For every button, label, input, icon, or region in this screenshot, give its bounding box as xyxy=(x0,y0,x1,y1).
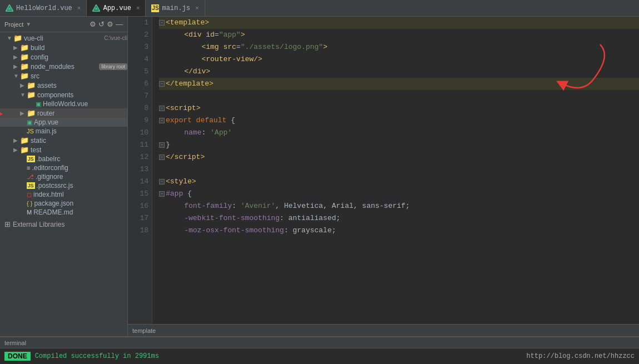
tree-config[interactable]: ▶ 📁 config xyxy=(0,52,127,62)
tree-label-helloworld: HelloWorld.vue xyxy=(43,100,127,108)
fold-btn-12[interactable]: - xyxy=(159,154,165,160)
ln-18: 18 xyxy=(131,225,148,237)
code-line-3: <img src="./assets/logo.png"> xyxy=(159,41,639,53)
tree-label-src: src xyxy=(31,72,127,80)
md-file-icon: M xyxy=(27,209,32,216)
collapse-icon[interactable]: — xyxy=(116,20,123,28)
code-area[interactable]: - <template> <div id="app"> <img src="./… xyxy=(152,17,639,324)
fold-btn-1[interactable]: - xyxy=(159,20,165,26)
tab-helloworld-close[interactable]: × xyxy=(77,5,81,12)
folder-icon-config: 📁 xyxy=(20,53,29,61)
ln-11: 11 xyxy=(131,139,148,151)
external-libraries[interactable]: ⊞ External Libraries xyxy=(0,219,127,230)
tab-main-close[interactable]: × xyxy=(195,5,199,12)
main-area: Project ▼ ⚙ ↺ ⚙ — ▼ 📁 vue-cli C:\vue-cli xyxy=(0,17,639,336)
tree-router[interactable]: ▶ 📁 router xyxy=(0,108,127,118)
bottom-label: template xyxy=(132,327,156,334)
code-line-11: - } xyxy=(159,139,639,151)
fold-btn-14[interactable]: - xyxy=(159,179,165,185)
tree-packagejson[interactable]: ▶ { } package.json xyxy=(0,199,127,208)
fold-btn-6[interactable]: - xyxy=(159,81,165,87)
vue-file-icon-hw: ▣ xyxy=(36,101,41,108)
tree-indexhtml[interactable]: ▶ ◻ index.html xyxy=(0,190,127,199)
ln-10: 10 xyxy=(131,127,148,139)
root-path: C:\vue-cli xyxy=(104,35,127,41)
settings-icon[interactable]: ⚙ xyxy=(107,20,113,28)
tree-label-postcssrc: .postcssrc.js xyxy=(37,182,127,190)
ln-14: 14 xyxy=(131,176,148,188)
tree-arrow-root: ▼ xyxy=(7,35,13,41)
sidebar: Project ▼ ⚙ ↺ ⚙ — ▼ 📁 vue-cli C:\vue-cli xyxy=(0,17,128,336)
tab-app-close[interactable]: × xyxy=(136,5,140,12)
tree-root[interactable]: ▼ 📁 vue-cli C:\vue-cli xyxy=(0,33,127,43)
tree-babelrc[interactable]: ▶ JS .babelrc xyxy=(0,154,127,163)
vue-icon-2 xyxy=(92,4,100,12)
line-numbers: 1 2 3 4 5 6 7 8 9 10 11 12 13 14 15 16 1… xyxy=(128,17,152,324)
tree-label-editorconfig: .editorconfig xyxy=(32,164,127,172)
tree-arrow-router: ▶ xyxy=(20,110,27,116)
fold-btn-8[interactable]: - xyxy=(159,106,165,111)
terminal-message: Compiled successfully in 2991ms xyxy=(35,352,159,360)
tree-static[interactable]: ▶ 📁 static xyxy=(0,136,127,145)
tree-label-config: config xyxy=(31,53,127,61)
code-line-12: - </script> xyxy=(159,151,639,163)
code-line-17: -webkit-font-smoothing: antialiased; xyxy=(159,212,639,225)
tree-build[interactable]: ▶ 📁 build xyxy=(0,43,127,52)
tree-editorconfig[interactable]: ▶ ≡ .editorconfig xyxy=(0,163,127,172)
tree-arrow-config: ▶ xyxy=(13,54,20,60)
tab-main-label: main.js xyxy=(162,4,190,12)
tree-assets[interactable]: ▶ 📁 assets xyxy=(0,81,127,90)
ln-5: 5 xyxy=(131,66,148,78)
tree-appvue[interactable]: ▶ ▣ App.vue xyxy=(0,118,127,127)
folder-icon-router: 📁 xyxy=(27,109,36,117)
code-line-5: </div> xyxy=(159,66,639,78)
fold-btn-15[interactable]: - xyxy=(159,191,165,197)
tree-arrow-components: ▼ xyxy=(20,92,27,98)
tree-postcssrc[interactable]: ▶ JS .postcssrc.js xyxy=(0,181,127,190)
js-icon: JS xyxy=(151,4,159,12)
ln-15: 15 xyxy=(131,188,148,200)
tab-app[interactable]: App.vue × xyxy=(87,0,146,16)
terminal-content: DONE Compiled successfully in 2991ms htt… xyxy=(0,348,639,364)
fold-btn-11[interactable]: - xyxy=(159,142,165,148)
tree-test[interactable]: ▶ 📁 test xyxy=(0,145,127,154)
gear-icon[interactable]: ⚙ xyxy=(90,20,96,28)
ln-8: 8 xyxy=(131,102,148,114)
tree-label-packagejson: package.json xyxy=(34,200,127,207)
fold-btn-9[interactable]: - xyxy=(159,118,165,123)
tree-readme[interactable]: ▶ M README.md xyxy=(0,208,127,217)
code-line-4: <router-view/> xyxy=(159,53,639,66)
folder-icon-src: 📁 xyxy=(20,72,29,80)
sidebar-header: Project ▼ ⚙ ↺ ⚙ — xyxy=(0,17,127,32)
tree-mainjs[interactable]: ▶ JS main.js xyxy=(0,127,127,136)
json-file-icon: { } xyxy=(27,200,32,207)
terminal-url: http://blog.csdn.net/hhzzcc xyxy=(527,352,635,360)
sidebar-title: Project xyxy=(4,21,23,28)
folder-icon-assets: 📁 xyxy=(27,81,36,89)
folder-icon-nodemodules: 📁 xyxy=(20,62,29,71)
tab-main[interactable]: JS main.js × xyxy=(146,0,205,16)
tree-gitignore[interactable]: ▶ ⎇ .gitignore xyxy=(0,172,127,181)
ln-6: 6 xyxy=(131,78,148,90)
tab-helloworld[interactable]: HelloWorld.vue × xyxy=(0,0,87,16)
editor-content[interactable]: 1 2 3 4 5 6 7 8 9 10 11 12 13 14 15 16 1… xyxy=(128,17,639,324)
vue-icon xyxy=(6,4,13,12)
code-line-9: - export default { xyxy=(159,114,639,127)
tree-src[interactable]: ▼ 📁 src xyxy=(0,71,127,81)
vue-file-icon-app: ▣ xyxy=(27,119,32,126)
code-line-13 xyxy=(159,163,639,176)
file-tree: ▼ 📁 vue-cli C:\vue-cli ▶ 📁 build ▶ 📁 con… xyxy=(0,32,127,218)
folder-icon-static: 📁 xyxy=(20,136,29,144)
tree-helloworld[interactable]: ▶ ▣ HelloWorld.vue xyxy=(0,99,127,108)
tree-arrow-build: ▶ xyxy=(13,44,20,51)
external-libs-label: External Libraries xyxy=(13,221,65,228)
code-line-10: name: 'App' xyxy=(159,127,639,139)
tab-app-label: App.vue xyxy=(103,4,131,12)
tab-helloworld-label: HelloWorld.vue xyxy=(16,4,72,12)
sync-icon[interactable]: ↺ xyxy=(98,20,105,28)
tree-node-modules[interactable]: ▶ 📁 node_modules library root xyxy=(0,62,127,71)
tree-components[interactable]: ▼ 📁 components xyxy=(0,90,127,99)
tree-label-assets: assets xyxy=(37,82,127,89)
sidebar-dropdown-arrow[interactable]: ▼ xyxy=(26,21,31,27)
extlib-icon: ⊞ xyxy=(4,220,11,228)
